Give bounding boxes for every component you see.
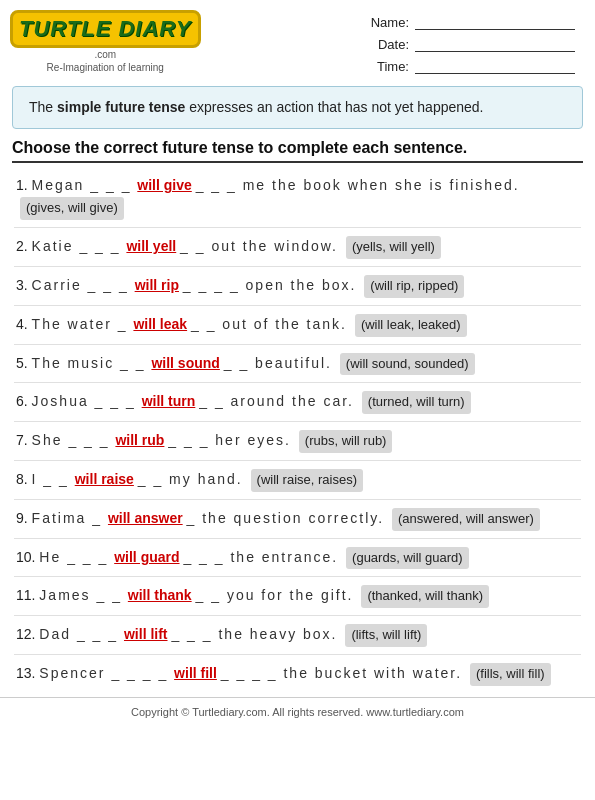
choices-badge: (rubs, will rub): [299, 430, 393, 453]
info-box: The simple future tense expresses an act…: [12, 86, 583, 129]
sentence-row: 13. Spencer _ _ _ _ will fill _ _ _ _ th…: [14, 655, 581, 693]
blank-before: I _ _: [32, 471, 75, 487]
blank-after: _ _ _ _ open the box.: [183, 277, 357, 293]
answer-text: will give: [137, 177, 191, 193]
blank-before: Dad _ _ _: [39, 626, 124, 642]
sentences-list: 1. Megan _ _ _ will give _ _ _ me the bo…: [14, 167, 581, 693]
sentence-num: 2.: [16, 238, 32, 254]
sentence-row: 8. I _ _ will raise _ _ my hand. (will r…: [14, 461, 581, 500]
choices-badge: (will leak, leaked): [355, 314, 467, 337]
logo-tagline: Re-Imagination of learning: [47, 62, 164, 73]
info-text-before: The: [29, 99, 57, 115]
blank-after: _ _ beautiful.: [224, 355, 332, 371]
logo-box: TURTLE DIARY: [10, 10, 201, 48]
time-label: Time:: [367, 59, 409, 74]
choices-badge: (will sound, sounded): [340, 353, 475, 376]
choices-badge: (yells, will yell): [346, 236, 441, 259]
blank-before: James _ _: [39, 587, 127, 603]
logo-com: .com: [94, 49, 116, 60]
answer-text: will rub: [115, 432, 164, 448]
blank-before: Fatima _: [32, 510, 108, 526]
blank-before: Megan _ _ _: [32, 177, 138, 193]
blank-after: _ _ _ her eyes.: [168, 432, 291, 448]
sentence-num: 12.: [16, 626, 39, 642]
answer-text: will lift: [124, 626, 168, 642]
sentence-row: 10. He _ _ _ will guard _ _ _ the entran…: [14, 539, 581, 578]
choices-badge: (guards, will guard): [346, 547, 469, 570]
sentence-row: 7. She _ _ _ will rub _ _ _ her eyes. (r…: [14, 422, 581, 461]
answer-text: will fill: [174, 665, 217, 681]
blank-before: Spencer _ _ _ _: [39, 665, 174, 681]
answer-text: will thank: [128, 587, 192, 603]
date-label: Date:: [367, 37, 409, 52]
sentence-row: 11. James _ _ will thank _ _ you for the…: [14, 577, 581, 616]
choices-badge: (lifts, will lift): [345, 624, 427, 647]
info-bold: simple future tense: [57, 99, 185, 115]
logo-area: TURTLE DIARY .com Re-Imagination of lear…: [10, 10, 201, 73]
blank-after: _ _ _ the heavy box.: [171, 626, 337, 642]
sentence-row: 12. Dad _ _ _ will lift _ _ _ the heavy …: [14, 616, 581, 655]
blank-after: _ _ _ me the book when she is finished.: [196, 177, 520, 193]
blank-after: _ _ _ _ the bucket with water.: [221, 665, 462, 681]
sentence-num: 1.: [16, 177, 32, 193]
answer-text: will sound: [151, 355, 219, 371]
sentence-row: 9. Fatima _ will answer _ the question c…: [14, 500, 581, 539]
answer-text: will leak: [133, 316, 187, 332]
sentence-num: 10.: [16, 549, 39, 565]
blank-before: The music _ _: [32, 355, 152, 371]
blank-after: _ _ out of the tank.: [191, 316, 347, 332]
blank-before: The water _: [32, 316, 134, 332]
sentence-row: 1. Megan _ _ _ will give _ _ _ me the bo…: [14, 167, 581, 228]
blank-before: She _ _ _: [32, 432, 116, 448]
answer-text: will yell: [126, 238, 176, 254]
sentence-row: 5. The music _ _ will sound _ _ beautifu…: [14, 345, 581, 384]
sentence-num: 7.: [16, 432, 32, 448]
blank-before: Katie _ _ _: [32, 238, 127, 254]
choices-badge: (answered, will answer): [392, 508, 540, 531]
answer-text: will rip: [135, 277, 179, 293]
logo-text: TURTLE DIARY: [19, 16, 192, 42]
info-text-after: expresses an action that has not yet hap…: [185, 99, 483, 115]
sentence-num: 6.: [16, 393, 32, 409]
sentence-num: 9.: [16, 510, 32, 526]
choices-badge: (will rip, ripped): [364, 275, 464, 298]
blank-after: _ the question correctly.: [187, 510, 385, 526]
name-label: Name:: [367, 15, 409, 30]
sentence-num: 4.: [16, 316, 32, 332]
answer-text: will turn: [142, 393, 196, 409]
answer-text: will guard: [114, 549, 179, 565]
blank-before: Carrie _ _ _: [32, 277, 135, 293]
name-line: [415, 14, 575, 30]
header: TURTLE DIARY .com Re-Imagination of lear…: [0, 0, 595, 80]
instructions: Choose the correct future tense to compl…: [12, 139, 583, 163]
choices-badge: (fills, will fill): [470, 663, 551, 686]
choices-badge: (thanked, will thank): [361, 585, 489, 608]
choices-badge: (will raise, raises): [251, 469, 363, 492]
answer-text: will answer: [108, 510, 183, 526]
footer: Copyright © Turtlediary.com. All rights …: [0, 697, 595, 724]
sentence-row: 2. Katie _ _ _ will yell _ _ out the win…: [14, 228, 581, 267]
blank-after: _ _ _ the entrance.: [183, 549, 338, 565]
date-line: [415, 36, 575, 52]
sentence-row: 6. Joshua _ _ _ will turn _ _ around the…: [14, 383, 581, 422]
blank-after: _ _ my hand.: [138, 471, 243, 487]
sentence-num: 13.: [16, 665, 39, 681]
blank-after: _ _ around the car.: [199, 393, 354, 409]
answer-text: will raise: [75, 471, 134, 487]
sentence-num: 8.: [16, 471, 32, 487]
blank-before: Joshua _ _ _: [32, 393, 142, 409]
name-fields: Name: Date: Time:: [367, 14, 575, 74]
name-row: Name:: [367, 14, 575, 30]
sentence-num: 5.: [16, 355, 32, 371]
time-line: [415, 58, 575, 74]
sentence-row: 4. The water _ will leak _ _ out of the …: [14, 306, 581, 345]
blank-after: _ _ out the window.: [180, 238, 338, 254]
choices-badge: (gives, will give): [20, 197, 124, 220]
sentence-num: 3.: [16, 277, 32, 293]
time-row: Time:: [367, 58, 575, 74]
sentence-num: 11.: [16, 587, 39, 603]
blank-after: _ _ you for the gift.: [196, 587, 354, 603]
date-row: Date:: [367, 36, 575, 52]
choices-badge: (turned, will turn): [362, 391, 471, 414]
blank-before: He _ _ _: [39, 549, 114, 565]
